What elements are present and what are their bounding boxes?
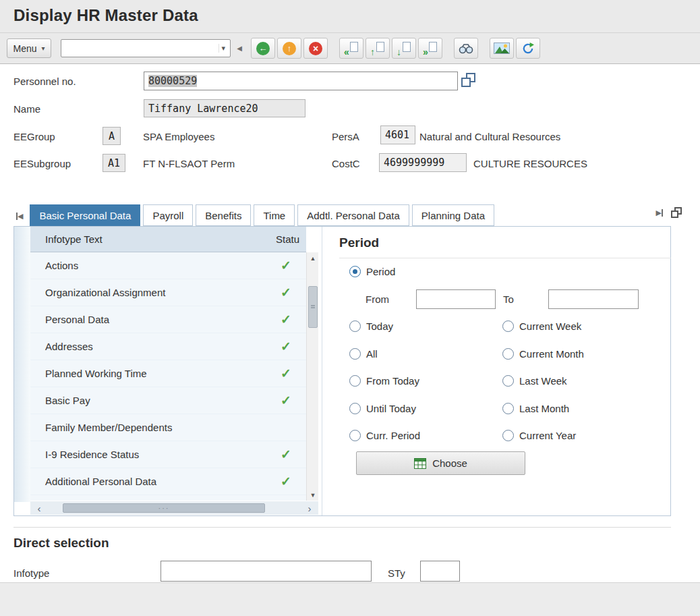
col-status: Statu — [276, 233, 299, 245]
infotype-input[interactable] — [161, 561, 372, 582]
scroll-down-icon[interactable]: ▼ — [307, 489, 319, 501]
command-dropdown-icon[interactable]: ▾ — [218, 44, 227, 53]
status-bar: SAP — [0, 582, 700, 616]
table-row[interactable]: Planned Working Time✓ — [30, 360, 306, 387]
radio-current-year[interactable]: Current Year — [502, 430, 576, 441]
radio-until-today[interactable]: Until Today — [349, 403, 416, 414]
radio-curr-period-icon[interactable] — [349, 430, 361, 441]
direct-selection-title: Direct selection — [13, 536, 109, 551]
multiple-selection-icon[interactable] — [461, 73, 477, 89]
radio-current-week-icon[interactable] — [502, 320, 514, 332]
cancel-button[interactable]: × — [303, 38, 328, 59]
first-page-button[interactable]: « — [339, 38, 363, 59]
toolbar: Menu ▾ ▾ ◀ ← ↑ × « ↑ ↓ » — [0, 32, 700, 64]
vertical-scrollbar[interactable]: ▲ ▼ — [306, 252, 318, 501]
radio-last-month-icon[interactable] — [502, 403, 514, 414]
radio-all-icon[interactable] — [349, 348, 361, 360]
from-date-input[interactable] — [416, 289, 496, 309]
tab-content: Infotype Text Statu Actions✓ Organizatio… — [13, 226, 671, 516]
to-date-input[interactable] — [548, 289, 639, 309]
costc-field: 4699999999 — [379, 153, 467, 172]
previous-page-button[interactable]: ↑ — [366, 38, 390, 59]
horizontal-scroll-thumb[interactable]: ··· — [63, 503, 265, 513]
image-button[interactable] — [490, 38, 514, 59]
radio-from-today[interactable]: From Today — [349, 375, 419, 387]
collapse-toolbar-icon[interactable]: ◀ — [233, 39, 245, 57]
from-label: From — [366, 293, 389, 305]
scroll-tabs-right-icon[interactable]: ▶ — [656, 208, 663, 217]
title-bar: Display HR Master Data — [0, 0, 700, 32]
radio-period-icon[interactable] — [349, 266, 361, 277]
exit-icon: ↑ — [283, 42, 296, 55]
scroll-up-icon[interactable]: ▲ — [307, 252, 319, 264]
status-check-icon: ✓ — [277, 474, 295, 489]
scroll-right-icon[interactable]: › — [301, 503, 318, 514]
next-page-button[interactable]: ↓ — [392, 38, 416, 59]
sty-input[interactable] — [420, 561, 460, 582]
tab-payroll[interactable]: Payroll — [143, 204, 193, 226]
eegroup-field: A — [103, 127, 121, 145]
cancel-icon: × — [309, 42, 322, 55]
tab-addtl-personal-data[interactable]: Addtl. Personal Data — [297, 204, 409, 226]
personnel-no-input[interactable]: 80000529 — [144, 72, 458, 90]
menu-button[interactable]: Menu ▾ — [7, 38, 51, 58]
radio-curr-period[interactable]: Curr. Period — [349, 430, 420, 441]
persa-label: PersA — [332, 131, 359, 142]
table-row[interactable]: Basic Pay✓ — [30, 387, 306, 414]
costc-label: CostC — [332, 158, 360, 169]
eesubgroup-field: A1 — [103, 154, 125, 172]
radio-current-year-icon[interactable] — [502, 430, 514, 441]
period-panel: Period Period From To Today Current Week… — [339, 227, 671, 515]
table-row[interactable]: Family Member/Dependents — [30, 414, 306, 441]
vertical-scroll-thumb[interactable] — [308, 286, 318, 328]
horizontal-scrollbar[interactable]: ‹ ··· › — [30, 501, 318, 515]
back-button[interactable]: ← — [251, 38, 275, 59]
period-divider — [339, 258, 671, 258]
table-row[interactable]: Additional Personal Data✓ — [30, 468, 306, 495]
table-body: Actions✓ Organizational Assignment✓ Pers… — [30, 252, 306, 501]
radio-current-week[interactable]: Current Week — [502, 320, 581, 332]
tab-basic-personal-data[interactable]: Basic Personal Data — [30, 204, 140, 226]
radio-period[interactable]: Period — [349, 266, 395, 277]
page-title: Display HR Master Data — [13, 6, 198, 25]
infotype-label: Infotype — [13, 567, 49, 579]
exit-button[interactable]: ↑ — [277, 38, 301, 59]
personnel-no-value: 80000529 — [148, 75, 197, 87]
radio-until-today-icon[interactable] — [349, 403, 361, 414]
tab-planning-data[interactable]: Planning Data — [412, 204, 494, 226]
radio-current-month-icon[interactable] — [502, 348, 514, 360]
radio-last-week-icon[interactable] — [502, 375, 514, 387]
table-row[interactable]: Organizational Assignment✓ — [30, 279, 306, 306]
status-check-icon: ✓ — [277, 312, 295, 327]
eesubgroup-text: FT N-FLSAOT Perm — [143, 158, 235, 169]
table-row[interactable]: Personal Data✓ — [30, 306, 306, 333]
tab-benefits[interactable]: Benefits — [196, 204, 251, 226]
choose-button[interactable]: Choose — [356, 451, 525, 475]
radio-last-week[interactable]: Last Week — [502, 375, 567, 387]
table-row[interactable]: Addresses✓ — [30, 333, 306, 360]
command-input[interactable] — [64, 43, 218, 54]
radio-current-month[interactable]: Current Month — [502, 348, 584, 360]
status-check-icon: ✓ — [277, 366, 295, 381]
radio-today-icon[interactable] — [349, 320, 361, 332]
radio-today[interactable]: Today — [349, 320, 393, 332]
eegroup-text: SPA Employees — [143, 131, 214, 142]
infotype-table: Infotype Text Statu Actions✓ Organizatio… — [14, 227, 322, 515]
radio-from-today-icon[interactable] — [349, 375, 361, 387]
scroll-left-icon[interactable]: ‹ — [30, 503, 48, 514]
last-page-button[interactable]: » — [418, 38, 442, 59]
scroll-tabs-left-icon[interactable]: ◀ — [16, 212, 23, 221]
tab-overview-icon[interactable] — [671, 207, 682, 219]
radio-last-month[interactable]: Last Month — [502, 403, 569, 414]
row-selector-column — [14, 227, 30, 502]
tab-time[interactable]: Time — [254, 204, 295, 226]
refresh-button[interactable] — [516, 38, 540, 59]
table-row[interactable]: I-9 Residence Status✓ — [30, 441, 306, 468]
personnel-no-label: Personnel no. — [13, 76, 76, 87]
sap-window: Display HR Master Data Menu ▾ ▾ ◀ ← ↑ × … — [0, 0, 700, 616]
table-row[interactable]: Actions✓ — [30, 252, 306, 279]
find-button[interactable] — [454, 38, 478, 59]
radio-all[interactable]: All — [349, 348, 378, 360]
name-label: Name — [13, 103, 40, 115]
command-field[interactable]: ▾ — [61, 39, 231, 57]
